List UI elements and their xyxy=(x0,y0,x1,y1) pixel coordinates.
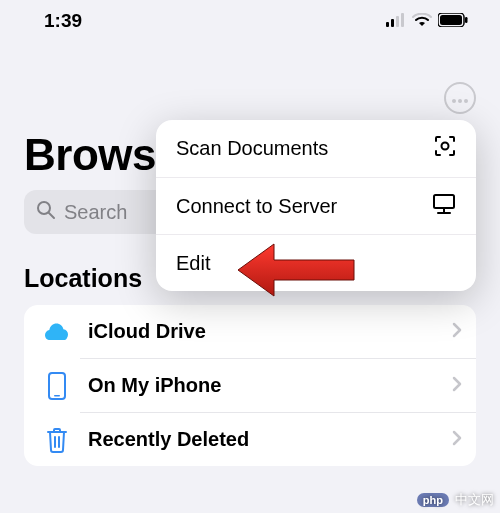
server-icon xyxy=(432,193,456,220)
svg-rect-13 xyxy=(54,395,60,397)
menu-edit[interactable]: Edit xyxy=(156,234,476,291)
more-options-menu: Scan Documents Connect to Server Edit xyxy=(156,120,476,291)
iphone-icon xyxy=(42,372,72,400)
ellipsis-icon xyxy=(451,89,469,107)
icloud-icon xyxy=(42,322,72,342)
location-recently-deleted[interactable]: Recently Deleted xyxy=(24,413,476,466)
locations-list: iCloud Drive On My iPhone Recently Delet… xyxy=(24,305,476,466)
watermark-badge: php xyxy=(417,493,449,507)
status-time: 1:39 xyxy=(44,10,82,32)
svg-rect-3 xyxy=(401,13,404,27)
location-label: On My iPhone xyxy=(88,374,436,397)
chevron-right-icon xyxy=(452,322,462,342)
svg-rect-5 xyxy=(440,15,462,25)
more-options-button[interactable] xyxy=(444,82,476,114)
wifi-icon xyxy=(412,10,432,32)
search-icon xyxy=(36,200,56,225)
svg-rect-0 xyxy=(386,22,389,27)
svg-rect-2 xyxy=(396,16,399,27)
search-placeholder: Search xyxy=(64,201,127,224)
status-bar: 1:39 xyxy=(0,0,500,38)
menu-label: Scan Documents xyxy=(176,137,328,160)
chevron-right-icon xyxy=(452,376,462,396)
svg-point-9 xyxy=(464,99,468,103)
menu-label: Edit xyxy=(176,252,210,275)
location-label: Recently Deleted xyxy=(88,428,436,451)
location-on-my-iphone[interactable]: On My iPhone xyxy=(24,359,476,412)
scan-icon xyxy=(434,135,456,162)
battery-icon xyxy=(438,10,468,32)
location-icloud-drive[interactable]: iCloud Drive xyxy=(24,305,476,358)
svg-rect-1 xyxy=(391,19,394,27)
watermark: php 中文网 xyxy=(417,491,494,509)
menu-scan-documents[interactable]: Scan Documents xyxy=(156,120,476,177)
location-label: iCloud Drive xyxy=(88,320,436,343)
chevron-right-icon xyxy=(452,430,462,450)
svg-point-14 xyxy=(442,143,449,150)
menu-label: Connect to Server xyxy=(176,195,337,218)
svg-point-10 xyxy=(38,202,50,214)
svg-rect-15 xyxy=(434,195,454,208)
trash-icon xyxy=(42,427,72,453)
svg-line-11 xyxy=(49,213,54,218)
cellular-icon xyxy=(386,10,406,32)
watermark-text: 中文网 xyxy=(455,491,494,509)
svg-point-7 xyxy=(452,99,456,103)
menu-connect-to-server[interactable]: Connect to Server xyxy=(156,177,476,234)
svg-point-8 xyxy=(458,99,462,103)
status-icons xyxy=(386,10,468,32)
svg-rect-6 xyxy=(465,17,468,23)
